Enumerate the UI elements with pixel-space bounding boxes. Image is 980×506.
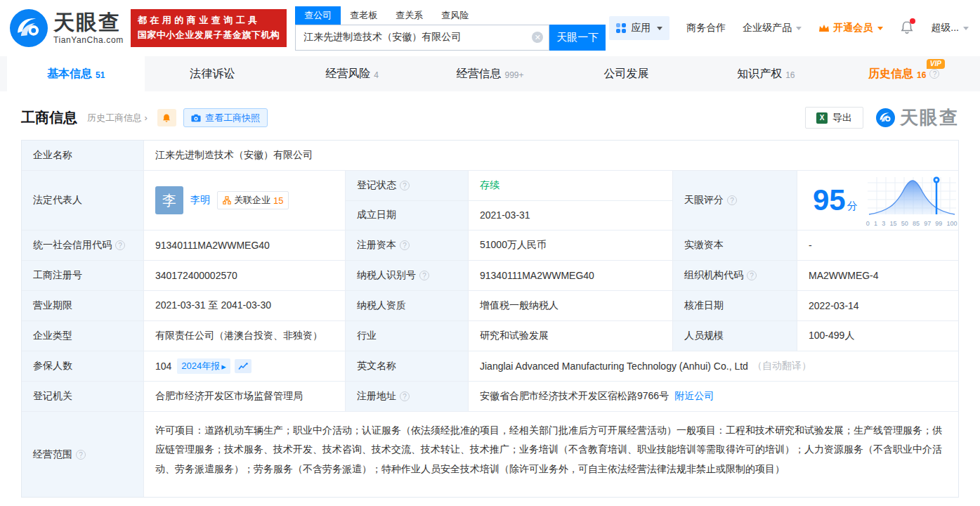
registration-status-value: 存续 [469,171,673,201]
tab-legal-proceedings[interactable]: 法律诉讼 [145,56,282,91]
search-input-wrap: ✕ [295,25,549,51]
tab-basic-info[interactable]: 基本信息 51 [7,56,145,91]
business-term-value: 2021-03-31 至 2041-03-30 [144,291,346,321]
brand-slogan-banner: 都在用的商业查询工具 国家中小企业发展子基金旗下机构 [131,9,287,47]
avatar[interactable]: 李 [155,186,183,214]
help-icon[interactable]: ? [115,240,125,250]
toolbar-right: X 导出 天眼查 [805,105,959,130]
help-icon[interactable]: ? [929,69,939,79]
camera-icon [191,114,201,122]
search-tab-risk[interactable]: 查风险 [432,6,478,25]
tianyancha-logo[interactable]: 天眼查 TianYanCha.com [10,9,124,47]
registration-number-value: 340172400002570 [144,261,346,291]
section-toolbar: 工商信息 历史工商信息 › 查看工商快照 X 导出 [0,91,980,138]
legal-representative-link[interactable]: 李明 [190,194,210,207]
help-icon[interactable]: ? [747,271,757,280]
history-link-label: 历史工商信息 [87,112,142,123]
registered-capital-label: 注册资本 ? [346,231,469,261]
approval-date-label: 核准日期 [673,291,797,321]
taxpayer-quality-value: 增值税一般纳税人 [469,291,673,321]
tab-intellectual-property[interactable]: 知识产权 16 [697,56,835,91]
search-tab-company[interactable]: 查公司 [295,6,341,25]
nav-open-vip[interactable]: 开通会员 [818,22,883,34]
paid-capital-value: - [797,231,958,261]
org-structure-icon [223,196,231,205]
nearby-companies-link[interactable]: 附近公司 [674,390,714,403]
annual-report-tag[interactable]: 2024年报▸ [177,358,230,374]
chevron-down-icon [796,27,802,30]
taxpayer-id-label-text: 纳税人识别号 [357,269,416,282]
tianyancha-logo-icon [876,108,895,127]
monitor-bell-button[interactable] [157,109,176,126]
related-companies-tag[interactable]: 关联企业 15 [217,191,289,209]
help-icon[interactable]: ? [400,391,410,401]
score-distribution-chart[interactable]: 01 315 5085 9799 100 [866,174,958,227]
tab-count: 51 [96,70,105,80]
tianyan-score-label-text: 天眼评分 [684,194,724,207]
nav-user-menu[interactable]: 超级... [931,22,969,34]
tab-label: 知识产权 [737,67,782,82]
history-business-info-link[interactable]: 历史工商信息 › [87,112,148,124]
tab-company-development[interactable]: 公司发展 [559,56,697,91]
tab-label: 经营信息 [456,67,501,82]
search-tab-boss[interactable]: 查老板 [341,6,386,25]
company-name-label: 企业名称 [22,141,144,171]
english-name-value: Jianglai Advanced Manufacturing Technolo… [469,351,958,382]
legal-representative-label: 法定代表人 [22,171,144,231]
related-companies-count: 15 [273,195,283,206]
business-term-label: 营业期限 [22,291,144,321]
industry-label: 行业 [346,321,469,351]
score-number: 95 [813,186,846,215]
nav-enterprise-products[interactable]: 企业级产品 [743,22,802,34]
clear-search-icon[interactable]: ✕ [532,32,543,43]
help-icon[interactable]: ? [419,271,429,280]
registration-number-label: 工商注册号 [22,261,144,291]
tab-history-info[interactable]: VIP 历史信息 16 ? [835,56,973,91]
chevron-down-icon [877,27,883,30]
registration-status-label: 登记状态 ? [346,171,469,201]
industry-value: 研究和试验发展 [469,321,673,351]
credit-code-label-text: 统一社会信用代码 [33,239,112,252]
taxpayer-id-value: 91340111MA2WWMEG40 [469,261,673,291]
line-chart-icon [238,363,248,370]
help-icon[interactable]: ? [727,195,737,205]
tianyancha-logo-icon [10,9,48,47]
tab-count: 4 [374,70,379,80]
insured-count-number: 104 [155,361,171,372]
export-button[interactable]: X 导出 [805,107,863,129]
tianyancha-watermark: 天眼查 [876,105,959,130]
annual-report-label: 2024年报 [181,360,220,372]
score-axis-labels: 01 315 5085 9799 100 [866,220,958,227]
help-icon[interactable]: ? [76,450,86,460]
registration-authority-label: 登记机关 [22,382,144,412]
tab-label: 基本信息 [47,67,92,82]
registration-authority-value: 合肥市经济开发区市场监督管理局 [144,382,346,412]
insured-trend-button[interactable] [235,359,251,373]
search-tab-relation[interactable]: 查关系 [386,6,432,25]
apps-grid-icon [616,23,626,33]
tab-operating-risk[interactable]: 经营风险 4 [283,56,421,91]
search-box: ✕ 天眼一下 [295,25,606,51]
search-input[interactable] [303,32,532,43]
view-business-snapshot-button[interactable]: 查看工商快照 [183,108,268,127]
chevron-down-icon [657,27,662,30]
help-icon[interactable]: ? [400,240,410,250]
business-scope-label: 经营范围 ? [22,412,144,497]
company-name-value: 江来先进制造技术（安徽）有限公司 [144,141,958,171]
related-companies-label: 关联企业 [234,194,270,207]
tab-label: 公司发展 [603,67,648,82]
notifications-bell[interactable] [900,20,914,37]
search-button[interactable]: 天眼一下 [549,25,606,51]
paid-capital-label: 实缴资本 [673,231,797,261]
approval-date-value: 2022-03-14 [797,291,958,321]
notification-dot [910,18,915,24]
tab-business-info[interactable]: 经营信息 999+ [421,56,558,91]
nav-apps[interactable]: 应用 [609,16,669,40]
help-icon[interactable]: ? [400,181,410,190]
insured-count-value: 104 2024年报▸ [144,351,346,382]
address-text: 安徽省合肥市经济技术开发区宿松路9766号 [480,390,669,403]
nav-business-cooperation[interactable]: 商务合作 [686,22,726,34]
nav-user-label: 超级... [931,22,959,34]
bell-icon [162,113,171,123]
org-code-label: 组织机构代码 ? [673,261,797,291]
